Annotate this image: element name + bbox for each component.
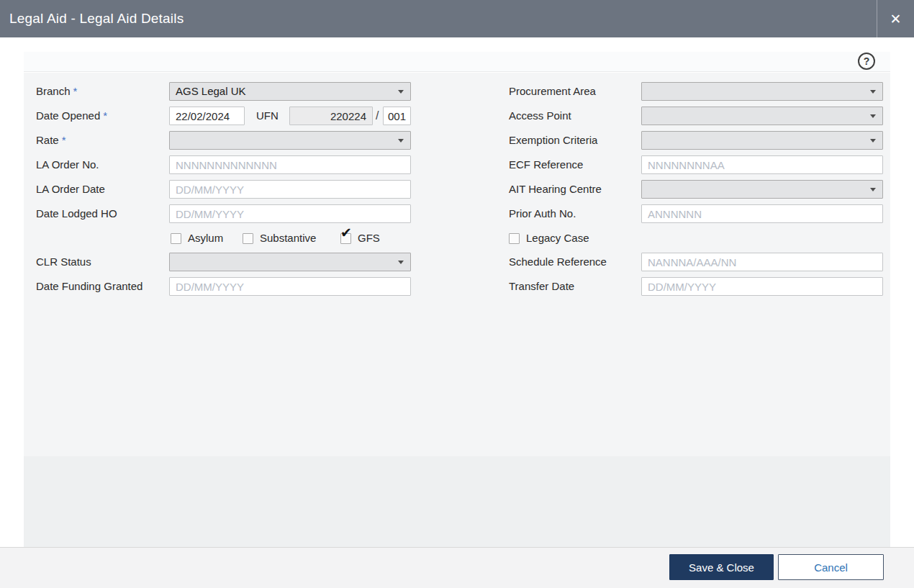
help-button[interactable]: ? bbox=[858, 53, 875, 70]
procurement-area-dropdown[interactable] bbox=[641, 82, 883, 101]
asylum-checkbox[interactable] bbox=[171, 233, 181, 244]
substantive-label: Substantive bbox=[260, 229, 316, 248]
access-point-label: Access Point bbox=[509, 107, 571, 125]
required-asterisk: * bbox=[103, 109, 107, 122]
exemption-criteria-dropdown[interactable] bbox=[641, 131, 883, 150]
schedule-reference-input[interactable] bbox=[641, 253, 883, 271]
window-title: Legal Aid - Legal Aid Details bbox=[9, 0, 184, 37]
titlebar: Legal Aid - Legal Aid Details ✕ bbox=[0, 0, 914, 37]
la-order-no-input[interactable] bbox=[169, 155, 411, 174]
asylum-label: Asylum bbox=[188, 229, 223, 248]
branch-dropdown[interactable]: AGS Legal UK bbox=[169, 82, 411, 101]
close-icon: ✕ bbox=[890, 12, 902, 26]
prior-auth-no-input[interactable] bbox=[641, 204, 883, 223]
branch-label: Branch* bbox=[36, 82, 77, 101]
procurement-area-label: Procurement Area bbox=[509, 82, 596, 101]
prior-auth-no-label: Prior Auth No. bbox=[509, 204, 576, 223]
help-strip bbox=[24, 52, 890, 72]
ufn-input bbox=[289, 107, 373, 125]
gfs-label: GFS bbox=[358, 229, 380, 248]
chevron-down-icon bbox=[398, 139, 404, 143]
substantive-checkbox[interactable] bbox=[243, 233, 253, 244]
ecf-reference-label: ECF Reference bbox=[509, 155, 583, 174]
exemption-criteria-label: Exemption Criteria bbox=[509, 131, 597, 150]
chevron-down-icon bbox=[398, 261, 404, 264]
la-order-date-input[interactable] bbox=[169, 180, 411, 199]
date-lodged-ho-input[interactable] bbox=[169, 204, 411, 223]
transfer-date-input[interactable] bbox=[641, 277, 883, 296]
la-order-no-label: LA Order No. bbox=[36, 155, 99, 174]
date-lodged-ho-label: Date Lodged HO bbox=[36, 204, 117, 223]
ufn-separator: / bbox=[376, 107, 379, 125]
legacy-case-label: Legacy Case bbox=[526, 229, 589, 248]
legal-aid-details-dialog: Legal Aid - Legal Aid Details ✕ ? Branch… bbox=[0, 0, 914, 588]
schedule-reference-label: Schedule Reference bbox=[509, 253, 607, 271]
chevron-down-icon bbox=[870, 114, 876, 118]
chevron-down-icon bbox=[870, 139, 876, 143]
help-icon: ? bbox=[864, 56, 870, 66]
required-asterisk: * bbox=[62, 134, 66, 146]
footer-bar bbox=[0, 548, 914, 588]
ait-hearing-centre-label: AIT Hearing Centre bbox=[509, 180, 602, 199]
ecf-reference-input[interactable] bbox=[641, 155, 883, 174]
required-asterisk: * bbox=[73, 85, 78, 97]
gfs-checkbox[interactable] bbox=[340, 233, 351, 244]
la-order-date-label: LA Order Date bbox=[36, 180, 105, 199]
date-funding-granted-input[interactable] bbox=[169, 277, 411, 296]
ufn-suffix-input[interactable] bbox=[383, 107, 411, 125]
chevron-down-icon bbox=[398, 90, 404, 94]
access-point-dropdown[interactable] bbox=[641, 107, 883, 125]
date-opened-label: Date Opened* bbox=[36, 107, 107, 125]
transfer-date-label: Transfer Date bbox=[509, 277, 574, 296]
date-opened-input[interactable] bbox=[169, 107, 245, 125]
branch-value: AGS Legal UK bbox=[170, 83, 410, 100]
ait-hearing-centre-dropdown[interactable] bbox=[641, 180, 883, 199]
chevron-down-icon bbox=[870, 90, 876, 94]
cancel-button[interactable]: Cancel bbox=[778, 554, 884, 580]
date-funding-granted-label: Date Funding Granted bbox=[36, 277, 142, 296]
ufn-label: UFN bbox=[256, 107, 279, 125]
clr-status-dropdown[interactable] bbox=[169, 253, 411, 271]
chevron-down-icon bbox=[870, 188, 876, 191]
save-and-close-button[interactable]: Save & Close bbox=[669, 554, 774, 580]
legacy-case-checkbox[interactable] bbox=[509, 233, 520, 244]
close-button[interactable]: ✕ bbox=[877, 0, 914, 37]
rate-dropdown[interactable] bbox=[169, 131, 411, 150]
clr-status-label: CLR Status bbox=[36, 253, 91, 271]
rate-label: Rate* bbox=[36, 131, 66, 150]
form-panel-lower bbox=[24, 456, 890, 547]
